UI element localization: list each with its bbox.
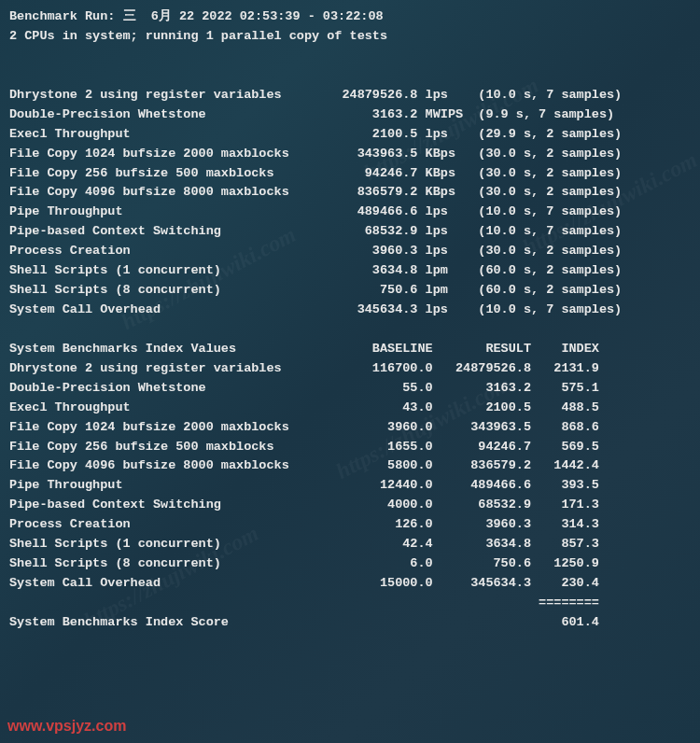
divider-row: ======== — [9, 594, 691, 613]
test-row: File Copy 1024 bufsize 2000 maxblocks 34… — [9, 145, 691, 164]
test-row: File Copy 256 bufsize 500 maxblocks 9424… — [9, 164, 691, 184]
index-row: Execl Throughput 43.0 2100.5 488.5 — [9, 399, 691, 418]
test-row: Dhrystone 2 using register variables 248… — [9, 86, 691, 105]
test-row: File Copy 4096 bufsize 8000 maxblocks 83… — [9, 183, 691, 203]
index-row: Shell Scripts (8 concurrent) 6.0 750.6 1… — [9, 554, 691, 574]
index-row: Pipe-based Context Switching 4000.0 6853… — [9, 496, 691, 515]
index-header-row: System Benchmarks Index Values BASELINE … — [9, 340, 691, 359]
index-row: Dhrystone 2 using register variables 116… — [9, 359, 691, 379]
test-row: Process Creation 3960.3 lps (30.0 s, 2 s… — [9, 242, 691, 261]
index-row: File Copy 256 bufsize 500 maxblocks 1655… — [9, 438, 691, 457]
index-row: Double-Precision Whetstone 55.0 3163.2 5… — [9, 379, 691, 399]
index-row: Pipe Throughput 12440.0 489466.6 393.5 — [9, 476, 691, 496]
tests-block: Dhrystone 2 using register variables 248… — [9, 86, 691, 320]
test-row: Double-Precision Whetstone 3163.2 MWIPS … — [9, 105, 691, 125]
index-row: File Copy 4096 bufsize 8000 maxblocks 58… — [9, 456, 691, 476]
test-row: Execl Throughput 2100.5 lps (29.9 s, 2 s… — [9, 125, 691, 145]
score-row: System Benchmarks Index Score 601.4 — [9, 613, 691, 633]
index-block: Dhrystone 2 using register variables 116… — [9, 359, 691, 594]
index-row: Shell Scripts (1 concurrent) 42.4 3634.8… — [9, 535, 691, 554]
cpu-info-line: 2 CPUs in system; running 1 parallel cop… — [9, 27, 691, 47]
index-row: System Call Overhead 15000.0 345634.3 23… — [9, 574, 691, 594]
test-row: Shell Scripts (8 concurrent) 750.6 lpm (… — [9, 281, 691, 301]
index-row: Process Creation 126.0 3960.3 314.3 — [9, 515, 691, 535]
test-row: Pipe Throughput 489466.6 lps (10.0 s, 7 … — [9, 203, 691, 222]
index-row: File Copy 1024 bufsize 2000 maxblocks 39… — [9, 418, 691, 438]
watermark-bottom: www.vpsjyz.com — [7, 715, 126, 738]
test-row: Pipe-based Context Switching 68532.9 lps… — [9, 222, 691, 242]
test-row: System Call Overhead 345634.3 lps (10.0 … — [9, 301, 691, 320]
test-row: Shell Scripts (1 concurrent) 3634.8 lpm … — [9, 261, 691, 281]
benchmark-run-line: Benchmark Run: 三 6月 22 2022 02:53:39 - 0… — [9, 7, 691, 27]
